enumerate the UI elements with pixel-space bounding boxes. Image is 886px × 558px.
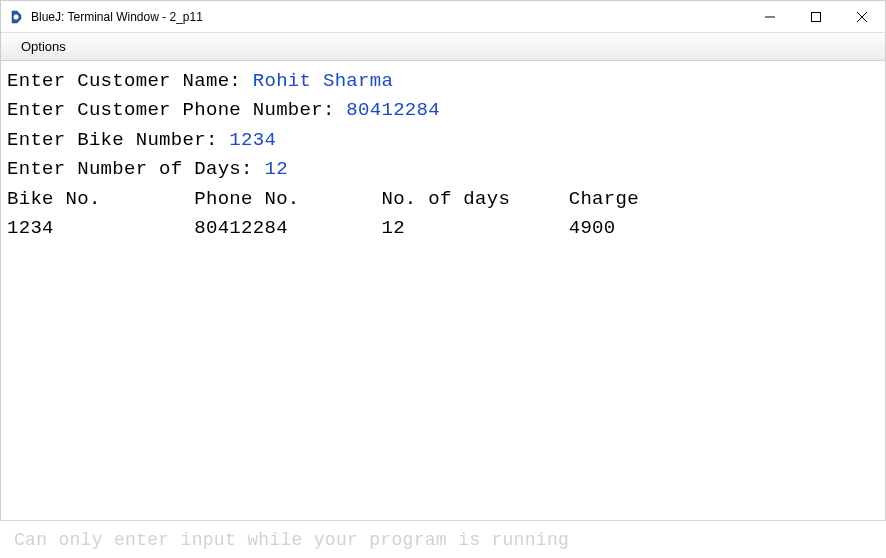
minimize-button[interactable]: [747, 1, 793, 32]
menu-options[interactable]: Options: [15, 37, 72, 56]
close-button[interactable]: [839, 1, 885, 32]
maximize-button[interactable]: [793, 1, 839, 32]
terminal-line: Enter Number of Days: 12: [7, 155, 879, 184]
user-input: 12: [264, 158, 287, 180]
prompt-text: Enter Number of Days:: [7, 158, 264, 180]
bluej-icon: [9, 9, 25, 25]
terminal-input-area: Can only enter input while your program …: [0, 520, 886, 558]
input-placeholder: Can only enter input while your program …: [14, 530, 569, 550]
terminal-line: Enter Customer Phone Number: 80412284: [7, 96, 879, 125]
svg-point-0: [14, 14, 19, 19]
titlebar: BlueJ: Terminal Window - 2_p11: [1, 1, 885, 33]
terminal-line: Enter Customer Name: Rohit Sharma: [7, 67, 879, 96]
user-input: 80412284: [346, 99, 440, 121]
terminal-line: Enter Bike Number: 1234: [7, 126, 879, 155]
menubar: Options: [1, 33, 885, 61]
window-title: BlueJ: Terminal Window - 2_p11: [31, 10, 747, 24]
table-header-row: Bike No. Phone No. No. of days Charge: [7, 185, 879, 214]
user-input: Rohit Sharma: [253, 70, 393, 92]
terminal-output: Enter Customer Name: Rohit Sharma Enter …: [1, 61, 885, 519]
window-controls: [747, 1, 885, 32]
svg-rect-2: [812, 12, 821, 21]
user-input: 1234: [229, 129, 276, 151]
table-data-row: 1234 80412284 12 4900: [7, 214, 879, 243]
prompt-text: Enter Customer Phone Number:: [7, 99, 346, 121]
prompt-text: Enter Customer Name:: [7, 70, 253, 92]
prompt-text: Enter Bike Number:: [7, 129, 229, 151]
